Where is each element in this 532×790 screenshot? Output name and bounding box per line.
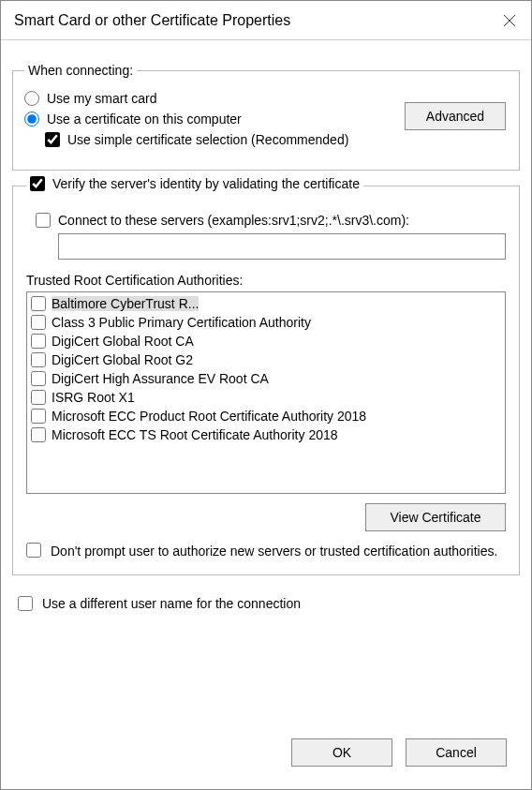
dialog-footer: OK Cancel [12,729,520,780]
verify-identity-label: Verify the server's identity by validati… [52,176,360,191]
trusted-root-label: Trusted Root Certification Authorities: [26,273,506,288]
trusted-root-item[interactable]: Microsoft ECC TS Root Certificate Author… [31,425,501,444]
titlebar: Smart Card or other Certificate Properti… [1,1,531,40]
trusted-root-item[interactable]: DigiCert Global Root CA [31,332,501,350]
servers-input[interactable] [58,233,506,260]
trusted-root-item[interactable]: ISRG Root X1 [31,388,501,407]
trusted-root-item-checkbox[interactable] [31,315,46,330]
view-certificate-button[interactable]: View Certificate [365,503,506,531]
trusted-root-item[interactable]: Baltimore CyberTrust R... [31,294,501,313]
ok-button[interactable]: OK [291,738,392,767]
verify-identity-group: Verify the server's identity by validati… [12,186,520,575]
when-connecting-group: When connecting: Use my smart card Use a… [12,63,520,171]
trusted-root-item-label: Class 3 Public Primary Certification Aut… [52,315,311,330]
diff-user-label: Use a different user name for the connec… [42,596,301,611]
trusted-root-item[interactable]: Class 3 Public Primary Certification Aut… [31,313,501,332]
verify-identity-checkbox[interactable] [30,176,45,191]
connect-servers-checkbox[interactable] [36,213,51,228]
trusted-root-item-label: DigiCert Global Root G2 [52,352,193,367]
trusted-root-item-checkbox[interactable] [31,352,46,367]
trusted-root-item-checkbox[interactable] [31,296,46,311]
trusted-root-item-checkbox[interactable] [31,371,46,386]
use-smart-card-label: Use my smart card [47,91,156,106]
trusted-root-item-label: Microsoft ECC Product Root Certificate A… [52,409,366,424]
trusted-root-item[interactable]: Microsoft ECC Product Root Certificate A… [31,407,501,425]
use-simple-label: Use simple certificate selection (Recomm… [67,132,348,147]
connect-servers-label: Connect to these servers (examples:srv1;… [58,213,409,228]
dialog-body: When connecting: Use my smart card Use a… [1,40,531,789]
close-button[interactable] [488,1,531,39]
close-icon [504,15,515,26]
trusted-root-item-label: Microsoft ECC TS Root Certificate Author… [52,427,338,442]
trusted-root-list[interactable]: Baltimore CyberTrust R...Class 3 Public … [26,291,506,494]
diff-user-checkbox[interactable] [18,596,33,611]
trusted-root-item-checkbox[interactable] [31,427,46,442]
use-simple-checkbox[interactable] [45,132,60,147]
trusted-root-item-label: DigiCert Global Root CA [52,334,194,349]
dialog-window: Smart Card or other Certificate Properti… [0,0,532,790]
when-connecting-legend: When connecting: [24,63,137,78]
diff-user-row: Use a different user name for the connec… [18,596,518,611]
verify-identity-legend: Verify the server's identity by validati… [26,176,363,191]
window-title: Smart Card or other Certificate Properti… [14,12,488,29]
trusted-root-item-label: DigiCert High Assurance EV Root CA [52,371,269,386]
connect-servers-row: Connect to these servers (examples:srv1;… [36,213,506,228]
trusted-root-item-label: ISRG Root X1 [52,390,135,405]
trusted-root-item-checkbox[interactable] [31,390,46,405]
use-cert-computer-radio[interactable] [24,112,39,127]
use-simple-row: Use simple certificate selection (Recomm… [45,132,508,147]
no-prompt-checkbox[interactable] [26,543,41,558]
use-smart-card-radio[interactable] [24,91,39,106]
cancel-button[interactable]: Cancel [406,738,507,767]
no-prompt-row: Don't prompt user to authorize new serve… [26,543,506,559]
advanced-button[interactable]: Advanced [405,102,506,130]
trusted-root-item[interactable]: DigiCert Global Root G2 [31,350,501,369]
trusted-root-item[interactable]: DigiCert High Assurance EV Root CA [31,369,501,388]
trusted-root-item-checkbox[interactable] [31,334,46,349]
trusted-root-item-checkbox[interactable] [31,409,46,424]
trusted-root-item-label: Baltimore CyberTrust R... [52,296,199,311]
use-cert-computer-label: Use a certificate on this computer [47,112,242,127]
no-prompt-label: Don't prompt user to authorize new serve… [51,543,497,559]
